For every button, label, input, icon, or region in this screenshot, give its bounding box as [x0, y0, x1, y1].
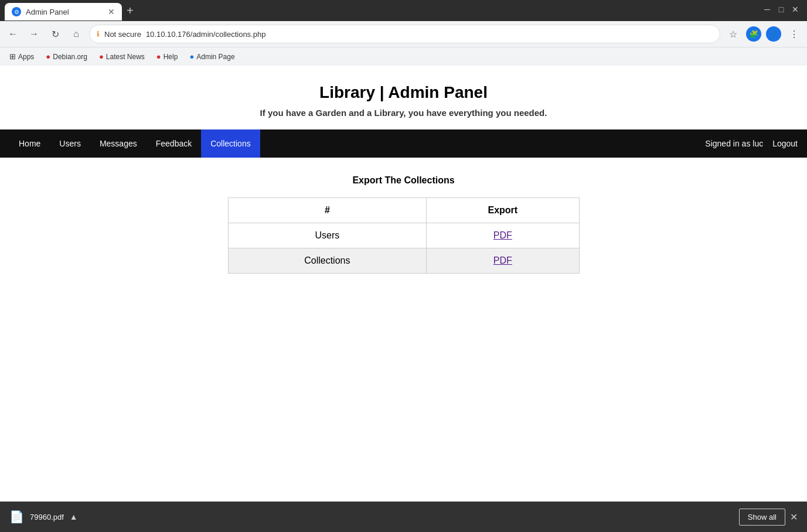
back-button[interactable]: ← [5, 26, 21, 42]
nav-item-feedback[interactable]: Feedback [147, 129, 201, 158]
nav-item-users[interactable]: Users [50, 129, 90, 158]
table-row: Users PDF [228, 223, 579, 248]
profile-button[interactable]: 👤 [766, 26, 781, 42]
pdf-file-icon: 📄 [9, 510, 24, 524]
download-bar: 📄 79960.pdf ▲ Show all ✕ [0, 502, 807, 532]
row-collections-name: Collections [228, 248, 427, 274]
page-header: Library | Admin Panel If you have a Gard… [0, 66, 807, 129]
signed-in-text: Signed in as luc [705, 139, 763, 148]
tab-close-button[interactable]: ✕ [108, 7, 115, 16]
table-row: Collections PDF [228, 248, 579, 274]
adminpage-icon: ● [189, 52, 194, 61]
bookmark-help-label: Help [164, 53, 178, 61]
bookmark-debian-label: Debian.org [53, 53, 87, 61]
tab-bar: ⚙ Admin Panel ✕ + ─ □ ✕ [0, 0, 807, 21]
tab-title: Admin Panel [26, 8, 69, 16]
bookmark-apps[interactable]: ⊞ Apps [5, 50, 39, 63]
bookmark-debian[interactable]: ● Debian.org [41, 50, 92, 63]
not-secure-text: Not secure [104, 30, 141, 39]
bookmark-button[interactable]: ☆ [725, 26, 741, 42]
new-tab-button[interactable]: + [127, 4, 134, 18]
nav-item-collections[interactable]: Collections [201, 129, 260, 158]
main-nav: Home Users Messages Feedback Collections… [0, 129, 807, 158]
col-export-header: Export [427, 198, 579, 223]
bookmark-adminpage[interactable]: ● Admin Page [185, 50, 239, 63]
row-collections-export: PDF [427, 248, 579, 274]
download-filename: 79960.pdf [30, 513, 64, 521]
latestnews-icon: ● [99, 52, 104, 61]
address-bar[interactable]: ℹ Not secure 10.10.10.176/admin/collecti… [89, 25, 720, 43]
download-item: 📄 79960.pdf ▲ [9, 510, 78, 524]
maximize-button[interactable]: □ [775, 4, 787, 15]
users-pdf-link[interactable]: PDF [493, 230, 512, 240]
browser-window: ⚙ Admin Panel ✕ + ─ □ ✕ ← → ↻ ⌂ ℹ Not se… [0, 0, 807, 513]
home-button[interactable]: ⌂ [68, 26, 84, 42]
extensions-icon: 🧩 [746, 26, 761, 42]
nav-items: Home Users Messages Feedback Collections [9, 129, 705, 158]
debian-icon: ● [46, 52, 50, 61]
row-users-export: PDF [427, 223, 579, 248]
tab-favicon: ⚙ [12, 7, 21, 16]
reload-button[interactable]: ↻ [47, 26, 63, 42]
close-window-button[interactable]: ✕ [789, 4, 801, 15]
bookmark-latestnews-label: Latest News [106, 53, 145, 61]
export-table: # Export Users PDF Collections PDF [228, 197, 580, 274]
browser-controls: ← → ↻ ⌂ ℹ Not secure 10.10.10.176/admin/… [0, 21, 807, 47]
browser-action-buttons: ☆ 🧩 👤 ⋮ [725, 26, 802, 42]
bookmarks-bar: ⊞ Apps ● Debian.org ● Latest News ● Help… [0, 47, 807, 66]
nav-right: Signed in as luc Logout [705, 139, 798, 148]
bookmark-latestnews[interactable]: ● Latest News [94, 50, 149, 63]
collections-pdf-link[interactable]: PDF [493, 255, 512, 265]
show-all-button[interactable]: Show all [739, 509, 785, 526]
minimize-button[interactable]: ─ [761, 4, 773, 15]
page-subtitle: If you have a Garden and a Library, you … [0, 108, 807, 118]
row-users-name: Users [228, 223, 427, 248]
logout-button[interactable]: Logout [772, 139, 798, 148]
nav-item-home[interactable]: Home [9, 129, 50, 158]
help-icon: ● [156, 52, 161, 61]
apps-icon: ⊞ [9, 52, 16, 61]
bookmark-apps-label: Apps [18, 53, 34, 61]
bookmark-help[interactable]: ● Help [152, 50, 183, 63]
page-title: Library | Admin Panel [0, 83, 807, 102]
nav-item-messages[interactable]: Messages [90, 129, 147, 158]
bookmark-adminpage-label: Admin Page [196, 53, 234, 61]
url-text: 10.10.10.176/admin/collections.php [146, 30, 266, 39]
section-title: Export The Collections [122, 175, 685, 186]
page-content: Library | Admin Panel If you have a Gard… [0, 66, 807, 513]
security-icon: ℹ [97, 30, 100, 38]
forward-button[interactable]: → [26, 26, 42, 42]
col-hash-header: # [228, 198, 427, 223]
main-content: Export The Collections # Export Users PD… [111, 158, 697, 291]
active-tab[interactable]: ⚙ Admin Panel ✕ [5, 3, 122, 21]
close-download-bar-button[interactable]: ✕ [790, 511, 798, 523]
window-controls: ─ □ ✕ [761, 4, 801, 15]
menu-button[interactable]: ⋮ [786, 26, 802, 42]
download-chevron-icon[interactable]: ▲ [70, 512, 78, 521]
